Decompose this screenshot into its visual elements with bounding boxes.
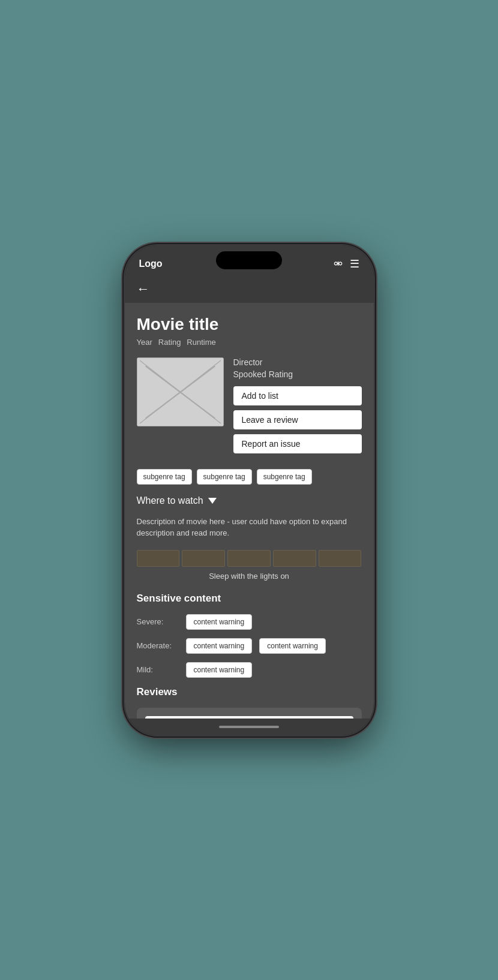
- spooked-rating: Spooked Rating: [233, 369, 362, 379]
- severe-row: Severe: content warning: [137, 614, 362, 630]
- status-bar: Logo ⚮ ☰: [125, 245, 374, 275]
- movie-detail-row: Director Spooked Rating Add to list Leav…: [137, 357, 362, 458]
- where-to-watch[interactable]: Where to watch: [137, 495, 362, 506]
- home-indicator: [125, 719, 374, 735]
- app-logo: Logo: [139, 258, 163, 269]
- status-icons: ⚮ ☰: [334, 257, 359, 270]
- reviews-section: Reviews Show reviews (may contain spoile…: [137, 686, 362, 719]
- reviews-container: Show reviews (may contain spoilers): [137, 708, 362, 719]
- menu-icon[interactable]: ☰: [350, 257, 359, 270]
- mild-row: Mild: content warning: [137, 662, 362, 678]
- rating-bar-3: [227, 550, 271, 567]
- phone-frame: Logo ⚮ ☰ ← Movie title Year Rating Runti…: [125, 245, 374, 735]
- nav-bar: ←: [125, 275, 374, 303]
- movie-actions: Director Spooked Rating Add to list Leav…: [233, 357, 362, 458]
- moderate-warning-2[interactable]: content warning: [259, 638, 326, 654]
- tags-row: subgenre tag subgenre tag subgenre tag: [137, 469, 362, 485]
- leave-review-button[interactable]: Leave a review: [233, 410, 362, 429]
- moderate-warning-1[interactable]: content warning: [186, 638, 253, 654]
- reviews-title: Reviews: [137, 686, 362, 698]
- movie-rating: Rating: [158, 338, 181, 347]
- severe-warning-1[interactable]: content warning: [186, 614, 253, 630]
- moderate-row: Moderate: content warning content warnin…: [137, 638, 362, 654]
- movie-title: Movie title: [137, 315, 362, 334]
- mild-warning-1[interactable]: content warning: [186, 662, 253, 678]
- screen-content: Movie title Year Rating Runtime D: [125, 303, 374, 719]
- tag-1[interactable]: subgenre tag: [137, 469, 192, 485]
- severe-label: Severe:: [137, 617, 179, 626]
- moderate-label: Moderate:: [137, 641, 179, 650]
- movie-description: Description of movie here - user could h…: [137, 516, 362, 539]
- rating-bar-4: [273, 550, 316, 567]
- movie-director: Director: [233, 357, 362, 367]
- dynamic-island: [216, 251, 282, 269]
- sensitive-content-title: Sensitive content: [137, 593, 362, 605]
- add-to-list-button[interactable]: Add to list: [233, 386, 362, 405]
- movie-poster: [137, 357, 224, 426]
- movie-year: Year: [137, 338, 152, 347]
- where-to-watch-label: Where to watch: [137, 495, 203, 506]
- chevron-down-icon: [208, 498, 217, 504]
- mild-label: Mild:: [137, 665, 179, 674]
- rating-bar-1: [137, 550, 180, 567]
- poster-placeholder: [137, 357, 224, 426]
- report-issue-button[interactable]: Report an issue: [233, 434, 362, 453]
- rating-bars: [137, 550, 362, 567]
- search-icon[interactable]: ⚮: [334, 257, 343, 270]
- home-bar: [219, 726, 279, 728]
- rating-label: Sleep with the lights on: [137, 572, 362, 581]
- poster-border: [137, 357, 224, 426]
- tag-3[interactable]: subgenre tag: [257, 469, 312, 485]
- movie-runtime: Runtime: [187, 338, 215, 347]
- rating-bar-2: [182, 550, 225, 567]
- movie-meta: Year Rating Runtime: [137, 338, 362, 347]
- tag-2[interactable]: subgenre tag: [197, 469, 252, 485]
- back-button[interactable]: ←: [137, 281, 150, 297]
- rating-bar-5: [319, 550, 362, 567]
